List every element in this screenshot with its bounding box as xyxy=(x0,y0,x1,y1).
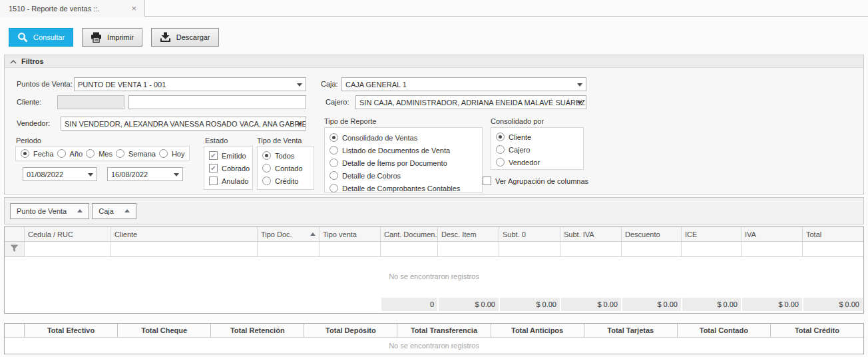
descargar-button[interactable]: Descargar xyxy=(151,28,219,47)
checkbox-icon xyxy=(209,177,218,185)
date-to-value: 16/08/2022 xyxy=(111,171,148,178)
checkbox-label: Anulado xyxy=(222,177,248,185)
close-icon[interactable]: × xyxy=(130,4,138,13)
filter-row-button[interactable] xyxy=(5,242,25,256)
checkbox-cobrado[interactable]: Cobrado xyxy=(204,162,252,175)
column-header-descuento[interactable]: Descuento xyxy=(622,227,682,241)
radio-label: Año xyxy=(70,150,83,158)
date-from-value: 01/08/2022 xyxy=(27,171,63,178)
footer-value: $ 0.00 xyxy=(561,298,621,311)
footer-spacer xyxy=(5,296,381,313)
radio-detalle-comprobantes-contables[interactable]: Detalle de Comprobantes Contables xyxy=(325,182,482,194)
radio-listado-documentos-venta[interactable]: Listado de Documentos de Venta xyxy=(325,144,482,157)
footer-value: $ 0.00 xyxy=(500,298,560,311)
cajero-select[interactable]: SIN CAJA, ADMINISTRADOR, ADRIANA ENEIDA … xyxy=(355,95,586,109)
column-header-total-retencion[interactable]: Total Retención xyxy=(211,324,304,337)
column-header-cant-documentos[interactable]: Cant. Documen... xyxy=(381,227,438,241)
radio-fecha[interactable]: Fecha xyxy=(17,147,54,160)
column-header-cedula-ruc[interactable]: Cedula / RUC xyxy=(25,227,111,241)
grid-filter-row xyxy=(5,242,863,257)
filter-cell[interactable] xyxy=(320,242,381,256)
consolidado-por-options-box: Cliente Cajero Vendedor xyxy=(491,127,584,170)
radio-icon xyxy=(262,177,271,185)
radio-detalle-cobros[interactable]: Detalle de Cobros xyxy=(325,169,482,182)
radio-icon xyxy=(159,149,168,158)
footer-value: $ 0.00 xyxy=(622,298,681,311)
column-header-total-cheque[interactable]: Total Cheque xyxy=(118,324,211,337)
radio-cajero[interactable]: Cajero xyxy=(491,143,583,156)
caja-select[interactable]: CAJA GENERAL 1 xyxy=(341,77,586,91)
radio-icon xyxy=(329,184,338,192)
radio-contado[interactable]: Contado xyxy=(258,162,314,175)
column-header-tipo-doc[interactable]: Tipo Doc. xyxy=(258,227,320,241)
filter-cell[interactable] xyxy=(682,242,742,256)
radio-label: Hoy xyxy=(172,150,185,158)
cliente-code-input[interactable] xyxy=(57,95,124,109)
radio-cliente[interactable]: Cliente xyxy=(491,131,583,143)
date-from-picker[interactable]: 01/08/2022 xyxy=(23,167,97,181)
filter-cell[interactable] xyxy=(111,242,258,256)
radio-label: Listado de Documentos de Venta xyxy=(342,147,450,155)
radio-semana[interactable]: Semana xyxy=(112,147,156,160)
filter-cell[interactable] xyxy=(560,242,622,256)
chevron-down-icon xyxy=(297,83,302,87)
column-header-total-credito[interactable]: Total Crédito xyxy=(771,324,863,337)
column-header-total-efectivo[interactable]: Total Efectivo xyxy=(25,324,118,337)
column-header-subt-0[interactable]: Subt. 0 xyxy=(499,227,560,241)
radio-label: Cajero xyxy=(509,146,530,154)
grid-footer-row: 0 $ 0.00 $ 0.00 $ 0.00 $ 0.00 $ 0.00 $ 0… xyxy=(5,296,863,313)
column-header-total-contado[interactable]: Total Contado xyxy=(678,324,771,337)
column-header-total-deposito[interactable]: Total Depósito xyxy=(304,324,397,337)
checkbox-emitido[interactable]: Emitido xyxy=(204,149,252,162)
radio-hoy[interactable]: Hoy xyxy=(156,147,185,160)
tab-reporte-de-ventas[interactable]: 1510 - Reporte de ventas ::. × xyxy=(0,0,145,17)
cliente-name-input[interactable] xyxy=(128,95,306,109)
consultar-button[interactable]: Consultar xyxy=(9,28,73,47)
date-to-picker[interactable]: 16/08/2022 xyxy=(107,167,183,181)
column-header-subt-iva[interactable]: Subt. IVA xyxy=(560,227,622,241)
radio-icon xyxy=(57,149,66,158)
ver-agrupacion-checkbox[interactable]: Ver Agrupación de columnas xyxy=(483,177,588,185)
filter-cell[interactable] xyxy=(499,242,560,256)
filter-cell[interactable] xyxy=(438,242,499,256)
radio-ano[interactable]: Año xyxy=(54,147,83,160)
radio-label: Detalle de Comprobantes Contables xyxy=(342,184,460,192)
filter-cell[interactable] xyxy=(803,242,863,256)
vendedor-select[interactable]: SIN VENDEDOR, ALEXANDRA VANESSA ROSADO V… xyxy=(61,117,306,131)
column-header-iva[interactable]: IVA xyxy=(742,227,803,241)
group-chip-caja[interactable]: Caja xyxy=(92,203,136,219)
column-header-total-transferencia[interactable]: Total Transferencia xyxy=(397,324,491,337)
filter-cell[interactable] xyxy=(25,242,111,256)
checkbox-anulado[interactable]: Anulado xyxy=(204,175,252,187)
radio-icon xyxy=(329,171,338,180)
filters-panel-header[interactable]: Filtros xyxy=(5,55,863,68)
radio-consolidado-de-ventas[interactable]: Consolidado de Ventas xyxy=(325,131,482,144)
column-header-ice[interactable]: ICE xyxy=(682,227,742,241)
group-chip-label: Punto de Venta xyxy=(17,207,67,215)
grid-body: No se encontraron registros xyxy=(5,257,863,296)
group-chip-punto-de-venta[interactable]: Punto de Venta xyxy=(10,203,89,219)
filter-cell[interactable] xyxy=(258,242,320,256)
column-header-desc-item[interactable]: Desc. Item xyxy=(438,227,499,241)
imprimir-button[interactable]: Imprimir xyxy=(82,28,142,47)
radio-detalle-items-documento[interactable]: Detalle de Ítems por Documento xyxy=(325,157,482,169)
estado-title: Estado xyxy=(205,137,228,145)
column-header-total-anticipos[interactable]: Total Anticipos xyxy=(491,324,584,337)
puntos-de-venta-select[interactable]: PUNTO DE VENTA 1 - 001 xyxy=(74,77,306,91)
chevron-down-icon xyxy=(297,123,302,126)
column-header-tipo-venta[interactable]: Tipo venta xyxy=(320,227,381,241)
footer-value: $ 0.00 xyxy=(682,298,741,311)
radio-vendedor[interactable]: Vendedor xyxy=(491,156,583,169)
filter-cell[interactable] xyxy=(381,242,438,256)
column-header-total[interactable]: Total xyxy=(803,227,863,241)
filter-cell[interactable] xyxy=(622,242,682,256)
radio-credito[interactable]: Crédito xyxy=(258,175,314,187)
radio-label: Fecha xyxy=(33,150,54,158)
radio-label: Todos xyxy=(275,152,294,160)
filter-cell[interactable] xyxy=(742,242,803,256)
column-header-total-tarjetas[interactable]: Total Tarjetas xyxy=(584,324,678,337)
radio-todos[interactable]: Todos xyxy=(258,149,314,162)
radio-mes[interactable]: Mes xyxy=(83,147,112,160)
row-indicator-header xyxy=(5,324,25,337)
column-header-cliente[interactable]: Cliente xyxy=(111,227,258,241)
